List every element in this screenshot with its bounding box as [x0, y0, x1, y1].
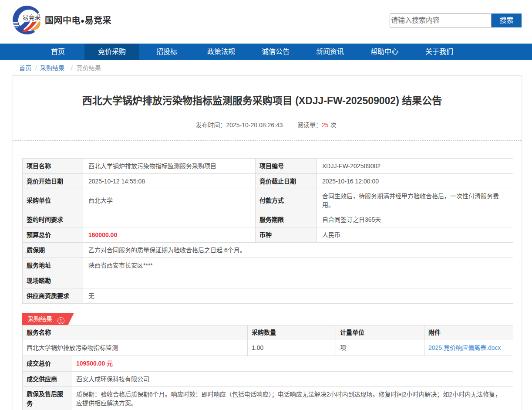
svg-text:易竞采: 易竞采	[23, 14, 41, 21]
